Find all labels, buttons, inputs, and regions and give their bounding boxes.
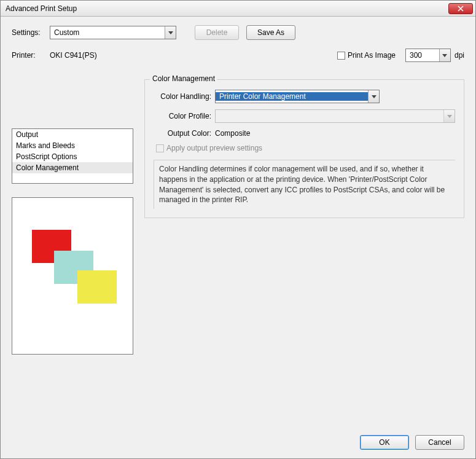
color-handling-dropdown[interactable]: Printer Color Management: [215, 90, 380, 103]
close-button[interactable]: [448, 3, 473, 14]
dialog-body: Settings: Custom Delete Save As Printer:…: [1, 17, 475, 458]
dpi-dropdown-arrow[interactable]: [439, 49, 450, 61]
color-profile-row: Color Profile:: [154, 109, 455, 123]
output-color-row: Output Color: Composite: [154, 129, 455, 138]
chevron-down-icon: [447, 115, 452, 118]
color-profile-arrow: [443, 110, 455, 122]
output-color-label: Output Color:: [154, 129, 215, 138]
settings-row: Settings: Custom Delete Save As: [12, 25, 464, 40]
printer-name: OKI C941(PS): [50, 51, 97, 60]
footer-buttons: OK Cancel: [12, 435, 464, 450]
right-column: Color Management Color Handling: Printer…: [144, 74, 464, 426]
section-list[interactable]: Output Marks and Bleeds PostScript Optio…: [12, 128, 133, 184]
apply-preview-label: Apply output preview settings: [166, 144, 262, 152]
close-icon: [458, 6, 464, 12]
color-profile-dropdown: [215, 109, 455, 123]
ok-button[interactable]: OK: [360, 435, 409, 450]
settings-value: Custom: [50, 28, 165, 37]
print-as-image-checkbox[interactable]: [337, 52, 345, 60]
titlebar: Advanced Print Setup: [1, 1, 475, 17]
preview-canvas: [17, 203, 128, 349]
color-handling-label: Color Handling:: [154, 92, 215, 101]
color-handling-row: Color Handling: Printer Color Management: [154, 90, 455, 103]
window-title: Advanced Print Setup: [6, 4, 448, 13]
color-profile-label: Color Profile:: [154, 112, 215, 120]
apply-preview-row: Apply output preview settings: [156, 144, 455, 152]
dpi-dropdown[interactable]: 300: [405, 49, 451, 62]
page-preview: [12, 197, 133, 355]
dpi-unit-label: dpi: [455, 51, 464, 60]
chevron-down-icon: [372, 95, 377, 98]
list-item-marks-bleeds[interactable]: Marks and Bleeds: [12, 140, 133, 151]
output-color-value: Composite: [215, 129, 250, 138]
left-column: Output Marks and Bleeds PostScript Optio…: [12, 74, 133, 426]
print-as-image-label: Print As Image: [348, 51, 396, 60]
delete-button: Delete: [195, 25, 239, 40]
list-item-output[interactable]: Output: [12, 129, 133, 140]
dialog-window: Advanced Print Setup Settings: Custom De…: [0, 0, 476, 459]
save-as-button[interactable]: Save As: [246, 25, 295, 40]
list-item-color-management[interactable]: Color Management: [12, 162, 133, 173]
main-area: Output Marks and Bleeds PostScript Optio…: [12, 74, 464, 426]
cancel-button[interactable]: Cancel: [415, 435, 464, 450]
printer-row: Printer: OKI C941(PS) Print As Image 300…: [12, 49, 464, 62]
settings-dropdown[interactable]: Custom: [50, 26, 176, 39]
settings-label: Settings:: [12, 28, 50, 37]
list-item-postscript[interactable]: PostScript Options: [12, 151, 133, 162]
color-management-panel: Color Management Color Handling: Printer…: [144, 79, 464, 218]
chevron-down-icon: [442, 54, 447, 57]
panel-legend: Color Management: [150, 74, 217, 83]
settings-dropdown-arrow[interactable]: [165, 26, 176, 39]
description-text: Color Handling determines if color manag…: [154, 160, 455, 209]
apply-preview-checkbox: [156, 144, 164, 152]
dpi-value: 300: [406, 51, 439, 60]
color-handling-value: Printer Color Management: [216, 92, 368, 101]
color-handling-arrow[interactable]: [368, 90, 379, 103]
printer-label: Printer:: [12, 51, 50, 60]
chevron-down-icon: [168, 31, 173, 34]
preview-shape-yellow: [77, 270, 117, 304]
